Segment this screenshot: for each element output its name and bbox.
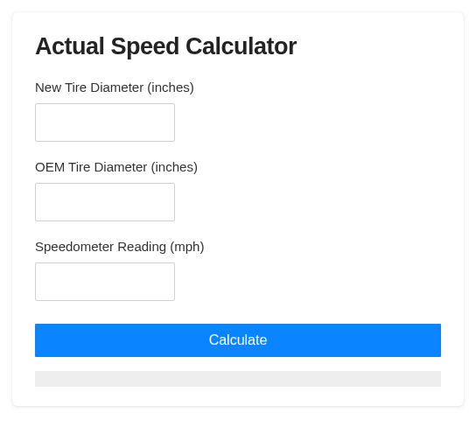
speedometer-group: Speedometer Reading (mph) <box>35 239 441 301</box>
new-tire-input[interactable] <box>35 103 175 142</box>
oem-tire-group: OEM Tire Diameter (inches) <box>35 159 441 221</box>
calculate-button[interactable]: Calculate <box>35 324 441 357</box>
new-tire-group: New Tire Diameter (inches) <box>35 80 441 142</box>
new-tire-label: New Tire Diameter (inches) <box>35 80 441 94</box>
calculator-card: Actual Speed Calculator New Tire Diamete… <box>12 12 464 406</box>
speedometer-input[interactable] <box>35 262 175 301</box>
oem-tire-input[interactable] <box>35 183 175 221</box>
result-display <box>35 371 441 387</box>
page-title: Actual Speed Calculator <box>35 33 441 60</box>
speedometer-label: Speedometer Reading (mph) <box>35 239 441 254</box>
oem-tire-label: OEM Tire Diameter (inches) <box>35 159 441 174</box>
